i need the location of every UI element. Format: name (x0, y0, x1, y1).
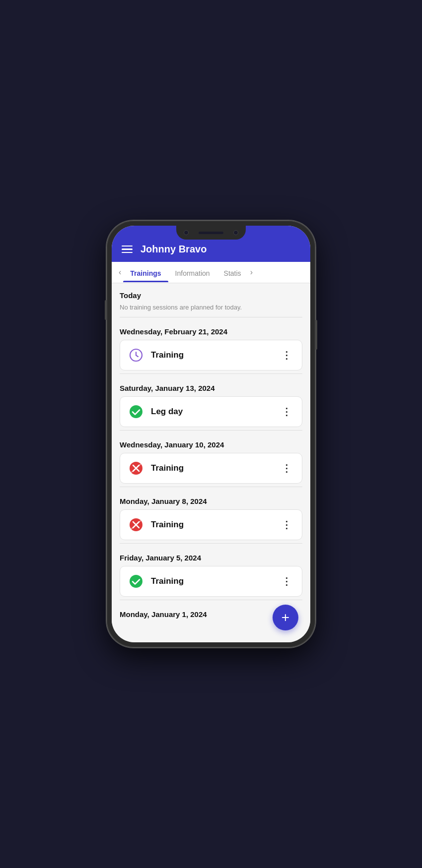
training-card-1-0[interactable]: Leg day ⋮ (120, 396, 302, 427)
svg-point-10 (130, 575, 142, 588)
divider-2 (120, 487, 302, 487)
phone-screen: Johnny Bravo ‹ Trainings Information Sta… (112, 226, 310, 642)
divider-0 (120, 373, 302, 374)
more-menu-3-0[interactable]: ⋮ (280, 520, 294, 530)
date-heading-0: Wednesday, February 21, 2024 (120, 319, 302, 340)
divider-4 (120, 600, 302, 600)
speaker (199, 232, 223, 234)
app-title: Johnny Bravo (141, 244, 207, 255)
more-menu-0-0[interactable]: ⋮ (280, 350, 294, 360)
tab-trainings[interactable]: Trainings (123, 262, 168, 282)
tab-statis[interactable]: Statis (217, 262, 248, 282)
today-heading: Today (120, 283, 302, 304)
check-icon-4 (128, 573, 144, 589)
power-button (315, 320, 317, 350)
check-icon-1 (128, 404, 144, 420)
notch (176, 226, 246, 240)
training-card-2-0[interactable]: Training ⋮ (120, 453, 302, 484)
menu-icon[interactable] (122, 246, 133, 253)
training-name-2-0: Training (151, 463, 273, 473)
front-camera (184, 230, 189, 235)
training-name-3-0: Training (151, 520, 273, 530)
volume-button (105, 300, 107, 320)
tab-arrow-right[interactable]: › (248, 262, 255, 283)
divider-3 (120, 543, 302, 544)
training-name-1-0: Leg day (151, 407, 273, 417)
sensor (233, 230, 238, 235)
date-heading-2: Wednesday, January 10, 2024 (120, 433, 302, 453)
content-area: Today No training sessions are planned f… (112, 283, 310, 642)
training-card-3-0[interactable]: Training ⋮ (120, 509, 302, 540)
more-menu-1-0[interactable]: ⋮ (280, 407, 294, 417)
training-name-0-0: Training (151, 350, 273, 360)
tab-arrow-left[interactable]: ‹ (117, 262, 123, 283)
training-name-4-0: Training (151, 576, 273, 586)
divider-1 (120, 430, 302, 431)
date-heading-3: Monday, January 8, 2024 (120, 489, 302, 509)
phone-frame: Johnny Bravo ‹ Trainings Information Sta… (107, 221, 315, 647)
today-empty-message: No training sessions are planned for tod… (120, 304, 302, 315)
more-menu-2-0[interactable]: ⋮ (280, 463, 294, 473)
add-training-button[interactable]: + (273, 605, 298, 630)
date-heading-1: Saturday, January 13, 2024 (120, 376, 302, 396)
tab-bar: ‹ Trainings Information Statis › (112, 262, 310, 283)
cancel-icon-2 (128, 460, 144, 476)
more-menu-4-0[interactable]: ⋮ (280, 576, 294, 586)
training-card-0-0[interactable]: Training ⋮ (120, 340, 302, 371)
date-heading-4: Friday, January 5, 2024 (120, 546, 302, 566)
divider-today (120, 317, 302, 317)
cancel-icon-3 (128, 517, 144, 533)
training-card-4-0[interactable]: Training ⋮ (120, 566, 302, 597)
clock-icon (128, 347, 144, 363)
tab-information[interactable]: Information (168, 262, 217, 282)
svg-point-1 (130, 405, 142, 418)
